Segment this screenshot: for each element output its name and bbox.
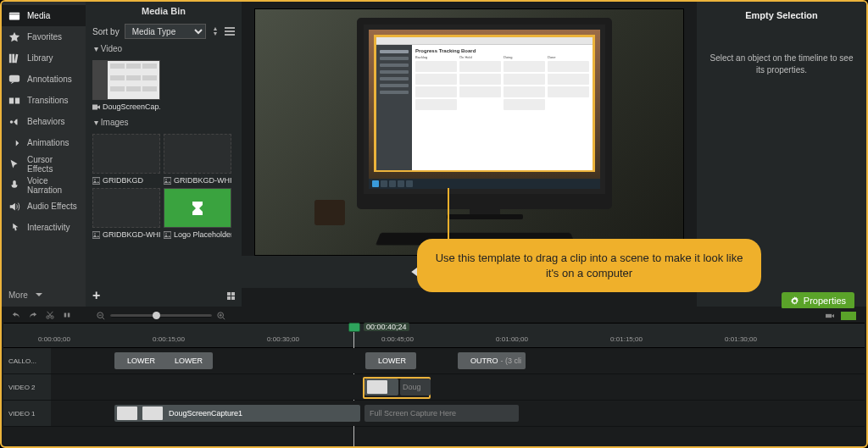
svg-rect-4 <box>14 53 18 63</box>
image-icon <box>164 177 171 185</box>
svg-point-12 <box>94 179 96 180</box>
camtasia-logo-icon <box>187 198 208 218</box>
nav-label: Voice Narration <box>27 176 79 195</box>
clip-gridbkgd[interactable]: GRIDBKGD <box>92 134 160 185</box>
clip-gridbkgd-whi-1[interactable]: GRIDBKGD-WHI... <box>164 134 231 185</box>
nav-voice-narration[interactable]: Voice Narration <box>2 174 86 196</box>
ruler-tick: 0:01:15;00 <box>610 335 643 343</box>
svg-point-8 <box>10 120 14 124</box>
timeline-zoom[interactable] <box>97 312 225 320</box>
ruler-tick: 0:00:45;00 <box>381 335 414 343</box>
media-bin-panel: Media Bin Sort by Media Type ▲▼ ▾ Video … <box>86 2 242 307</box>
track-video1[interactable]: VIDEO 1 DougScreenCapture1 Full Screen C… <box>3 401 865 427</box>
clip-dougscreencapture[interactable]: DougScreenCapture1 <box>114 405 360 422</box>
marker-add-icon[interactable] <box>826 312 834 320</box>
nav-library[interactable]: Library <box>2 47 86 69</box>
nav-annotations[interactable]: Annotations <box>2 69 86 90</box>
chevron-down-icon <box>35 290 43 299</box>
image-icon <box>92 231 100 239</box>
prop-mug <box>314 200 345 225</box>
track-header[interactable]: VIDEO 1 <box>3 401 51 426</box>
properties-title: Empty Selection <box>745 10 818 20</box>
sort-select[interactable]: Media Type <box>125 24 206 39</box>
zoom-in-icon <box>217 312 225 320</box>
timecode: 00:00:40;24 <box>364 323 409 331</box>
track-video2[interactable]: VIDEO 2 Doug <box>3 374 865 401</box>
clip-lower-2[interactable]: LOWER <box>162 352 213 369</box>
svg-rect-22 <box>68 312 70 317</box>
nav-interactivity[interactable]: Interactivity <box>2 217 86 238</box>
svg-point-18 <box>165 233 167 235</box>
media-bin-title: Media Bin <box>86 2 242 20</box>
nav-cursor-effects[interactable]: Cursor Effects <box>2 153 86 174</box>
svg-rect-13 <box>164 177 171 184</box>
clip-lower-3[interactable]: LOWER <box>365 352 416 369</box>
cursor-icon <box>8 158 20 170</box>
view-grid-icon[interactable] <box>227 292 235 300</box>
nav-label: Audio Effects <box>27 202 77 211</box>
clip-video2-thumb[interactable] <box>364 379 398 395</box>
nav-favorites[interactable]: Favorites <box>2 26 86 47</box>
clip-outro[interactable]: OUTRO- (3 cli <box>458 352 526 369</box>
star-icon <box>8 31 20 43</box>
nav-label: Favorites <box>27 32 62 41</box>
zoom-slider[interactable] <box>110 314 212 318</box>
canvas-stage[interactable]: Progress Tracking Board Backlog On Hold … <box>254 8 684 256</box>
svg-rect-6 <box>9 97 14 103</box>
nav-media[interactable]: Media <box>2 5 86 26</box>
clip-dougscreencap[interactable]: DougScreenCap... <box>92 60 160 111</box>
ruler-tick: 0:01:00;00 <box>496 335 528 343</box>
nav-label: Library <box>27 53 53 63</box>
split-button[interactable] <box>63 310 71 322</box>
redo-button[interactable] <box>29 310 37 322</box>
svg-rect-15 <box>92 231 100 238</box>
svg-rect-17 <box>164 231 171 238</box>
track-callouts[interactable]: CALLO... LOWER LOWER LOWER OUTRO- (3 cli <box>3 348 865 374</box>
clip-lower-1[interactable]: LOWER <box>114 352 165 369</box>
timeline-ruler[interactable]: 0:00:00;000:00:15;000:00:30;000:00:45;00… <box>3 323 865 348</box>
marker-indicator[interactable] <box>841 312 856 320</box>
transitions-icon <box>8 95 20 107</box>
svg-rect-25 <box>826 313 832 317</box>
cut-button[interactable] <box>46 310 54 322</box>
mic-icon <box>8 180 20 191</box>
clip-doug-ghost[interactable]: Doug <box>400 379 431 395</box>
clip-fullscreen-placeholder[interactable]: Full Screen Capture Here <box>364 405 519 422</box>
screen-capture-overlay: Progress Tracking Board Backlog On Hold … <box>374 35 595 172</box>
callout-text: Use this template to drag a clip into a … <box>436 252 743 279</box>
tool-sidebar: Media Favorites Library Annotations Tran… <box>2 2 86 307</box>
ruler-tick: 0:00:30;00 <box>267 335 299 343</box>
properties-button[interactable]: Properties <box>782 292 854 309</box>
sort-label: Sort by <box>92 27 120 36</box>
nav-label: Behaviors <box>27 117 64 126</box>
clip-logo-placeholder[interactable]: Logo Placeholder <box>164 188 231 239</box>
sort-direction[interactable]: ▲▼ <box>211 26 220 36</box>
nav-behaviors[interactable]: Behaviors <box>2 111 86 132</box>
undo-button[interactable] <box>12 310 20 322</box>
behaviors-icon <box>8 116 20 128</box>
nav-more[interactable]: More <box>2 283 86 307</box>
svg-point-16 <box>94 233 96 235</box>
annotation-icon <box>8 74 20 86</box>
ruler-tick: 0:00:00;00 <box>38 335 70 343</box>
timeline: 0:00:00;000:00:15;000:00:30;000:00:45;00… <box>3 308 865 445</box>
video-icon <box>92 103 100 111</box>
svg-rect-0 <box>9 12 19 19</box>
track-header[interactable]: CALLO... <box>3 348 51 373</box>
ruler-tick: 0:00:15;00 <box>153 335 185 343</box>
board-title: Progress Tracking Board <box>415 48 589 53</box>
nav-transitions[interactable]: Transitions <box>2 90 86 111</box>
zoom-out-icon <box>97 312 105 320</box>
sort-view-icon[interactable] <box>225 27 235 36</box>
clip-gridbkgd-whi-2[interactable]: GRIDBKGD-WHI... <box>92 188 160 239</box>
track-header[interactable]: VIDEO 2 <box>3 374 51 400</box>
nav-audio-effects[interactable]: Audio Effects <box>2 196 86 217</box>
add-media-button[interactable]: + <box>92 288 100 303</box>
media-bin-sort: Sort by Media Type ▲▼ <box>86 20 242 42</box>
svg-rect-3 <box>12 53 14 63</box>
svg-rect-2 <box>9 53 12 63</box>
ruler-labels: 0:00:00;000:00:15;000:00:30;000:00:45;00… <box>3 324 865 347</box>
group-video: ▾ Video <box>86 42 242 55</box>
image-icon <box>164 231 171 239</box>
nav-animations[interactable]: Animations <box>2 132 86 153</box>
